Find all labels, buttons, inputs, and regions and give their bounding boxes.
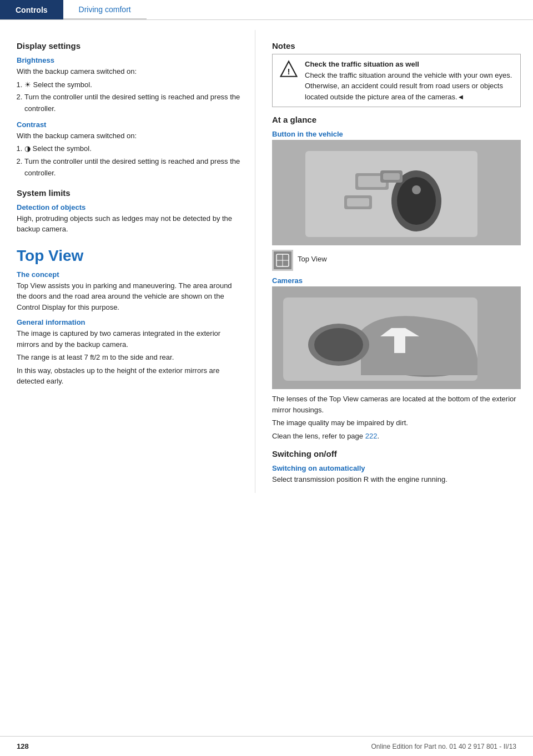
switching-auto-subtitle: Switching on automatically — [272, 464, 521, 472]
brightness-steps-list: ☀ Select the symbol. Turn the controller… — [24, 79, 243, 115]
svg-rect-3 — [305, 151, 477, 237]
brightness-step1: ☀ Select the symbol. — [24, 80, 92, 89]
cameras-text2: The image quality may be impaired by dir… — [272, 417, 521, 429]
general-info-text3: In this way, obstacles up to the height … — [17, 365, 243, 387]
list-item: ◑ Select the symbol. — [24, 143, 243, 155]
left-column: Display settings Brightness With the bac… — [0, 30, 255, 493]
list-item: Turn the controller until the desired se… — [24, 92, 243, 115]
contrast-step2: Turn the controller until the desired se… — [24, 157, 240, 177]
detection-subtitle: Detection of objects — [17, 203, 243, 211]
top-view-heading: Top View — [17, 247, 243, 265]
tab-driving-comfort[interactable]: Driving comfort — [63, 0, 147, 19]
page-number: 128 — [17, 742, 29, 750]
top-view-label-row: Top View — [272, 250, 521, 271]
contrast-subtitle: Contrast — [17, 120, 243, 129]
cameras-text1: The lenses of the Top View cameras are l… — [272, 394, 521, 415]
detection-text: High, protruding objects such as ledges … — [17, 213, 243, 235]
button-in-vehicle-subtitle: Button in the vehicle — [272, 130, 521, 138]
page-header: Controls Driving comfort — [0, 0, 533, 20]
contrast-step1: ◑ Select the symbol. — [24, 144, 92, 153]
switching-onoff-subtitle: Switching on/off — [272, 449, 521, 458]
warning-text-content: Check the traffic situation as well Chec… — [305, 59, 515, 102]
concept-subtitle: The concept — [17, 270, 243, 279]
notes-title: Notes — [272, 41, 521, 51]
general-info-text2: The range is at least 7 ft/2 m to the si… — [17, 352, 243, 363]
general-info-subtitle: General information — [17, 318, 243, 326]
general-info-text1: The image is captured by two cameras int… — [17, 328, 243, 350]
svg-point-21 — [314, 328, 363, 361]
edition-text: Online Edition for Part no. 01 40 2 917 … — [371, 743, 516, 750]
warning-box: ! Check the traffic situation as well Ch… — [272, 54, 521, 107]
cameras-subtitle: Cameras — [272, 276, 521, 285]
camera-image — [272, 286, 521, 389]
contrast-intro: With the backup camera switched on: — [17, 130, 243, 142]
warning-body: Check the traffic situation around the v… — [305, 71, 512, 101]
contrast-steps-list: ◑ Select the symbol. Turn the controller… — [24, 143, 243, 179]
top-view-icon — [272, 250, 293, 271]
svg-point-6 — [412, 185, 421, 194]
svg-rect-10 — [347, 198, 369, 206]
page-content: Display settings Brightness With the bac… — [0, 20, 533, 503]
display-settings-title: Display settings — [17, 41, 243, 51]
brightness-subtitle: Brightness — [17, 56, 243, 64]
page-footer: 128 Online Edition for Part no. 01 40 2 … — [0, 736, 533, 756]
svg-point-5 — [397, 177, 436, 225]
cameras-page-link[interactable]: 222 — [365, 432, 378, 440]
cameras-text3: Clean the lens, refer to page 222. — [272, 431, 521, 442]
list-item: Turn the controller until the desired se… — [24, 156, 243, 179]
warning-line1: Check the traffic situation as well — [305, 60, 419, 68]
cameras-text3-pre: Clean the lens, refer to page — [272, 432, 363, 440]
warning-icon: ! — [278, 59, 299, 80]
svg-text:!: ! — [287, 67, 290, 76]
top-view-label: Top View — [298, 254, 327, 265]
list-item: ☀ Select the symbol. — [24, 79, 243, 91]
system-limits-title: System limits — [17, 188, 243, 198]
switching-auto-text: Select transmission position R with the … — [272, 474, 521, 485]
brightness-intro: With the backup camera switched on: — [17, 66, 243, 77]
brightness-step2: Turn the controller until the desired se… — [24, 93, 240, 113]
concept-text: Top View assists you in parking and mane… — [17, 280, 243, 313]
cameras-text3-end: . — [377, 432, 379, 440]
at-a-glance-subtitle: At a glance — [272, 115, 521, 124]
gear-image — [272, 140, 521, 245]
svg-rect-12 — [383, 173, 400, 180]
right-column: Notes ! Check the traffic situation as w… — [255, 30, 533, 493]
tab-controls[interactable]: Controls — [0, 0, 63, 19]
